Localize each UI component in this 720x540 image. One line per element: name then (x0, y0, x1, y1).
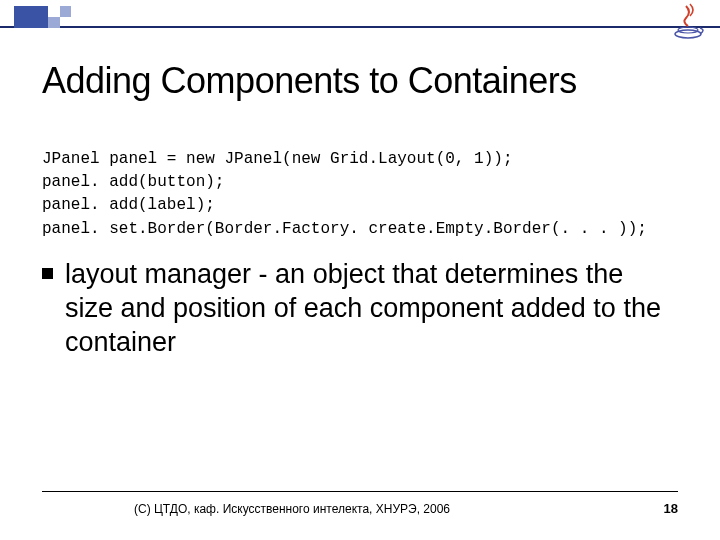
footer-divider (42, 491, 678, 492)
header-block-1 (14, 6, 48, 28)
header-block-3 (60, 6, 71, 17)
code-block: JPanel panel = new JPanel(new Grid.Layou… (42, 148, 647, 241)
code-line-3: panel. add(label); (42, 196, 215, 214)
bullet-text: layout manager - an object that determin… (65, 258, 678, 359)
bullet-square-icon (42, 268, 53, 279)
java-logo-icon (670, 2, 706, 42)
code-line-2: panel. add(button); (42, 173, 224, 191)
copyright-text: (C) ЦТДО, каф. Искусственного интелекта,… (134, 502, 450, 516)
header-decor (0, 6, 720, 28)
page-number: 18 (664, 501, 678, 516)
code-line-4: panel. set.Border(Border.Factory. create… (42, 220, 647, 238)
code-line-1: JPanel panel = new JPanel(new Grid.Layou… (42, 150, 512, 168)
header-block-2 (48, 17, 60, 28)
slide-title: Adding Components to Containers (42, 60, 577, 102)
bullet-item: layout manager - an object that determin… (42, 258, 678, 359)
